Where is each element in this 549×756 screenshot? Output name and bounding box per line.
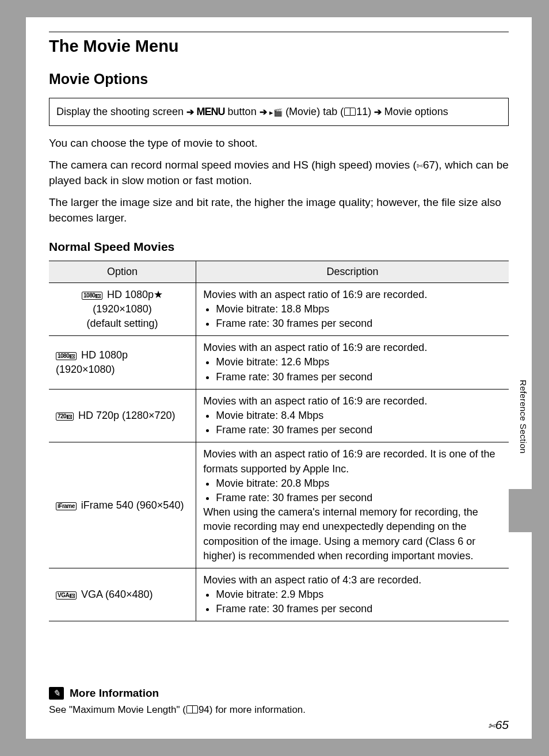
option-badge-icon: iFrame: [56, 502, 77, 510]
desc-bullet: Movie bitrate: 8.4 Mbps: [216, 408, 502, 423]
description-cell: Movies with an aspect ratio of 4:3 are r…: [196, 568, 509, 621]
more-info-title: More Information: [70, 687, 159, 700]
desc-tail: When using the camera's internal memory …: [203, 505, 502, 563]
movie-tab-icon: ▸🎬: [269, 108, 283, 117]
more-info-a: See "Maximum Movie Length" (: [49, 704, 186, 715]
option-cell: 108030 HD 1080p★(1920×1080)(default sett…: [49, 282, 196, 336]
desc-bullet: Frame rate: 30 frames per second: [216, 423, 502, 437]
desc-bullet: Movie bitrate: 12.6 Mbps: [216, 355, 502, 369]
desc-bullet: Frame rate: 30 frames per second: [216, 370, 502, 384]
table-row: 108030 HD 1080p (1920×1080)Movies with a…: [49, 336, 509, 390]
col-option: Option: [49, 261, 196, 282]
options-table: Option Description 108030 HD 1080p★(1920…: [49, 261, 509, 622]
intro-paragraph-2: The camera can record normal speed movie…: [49, 157, 509, 189]
option-badge-icon: 108030: [82, 292, 102, 300]
more-info-text: See "Maximum Movie Length" (94) for more…: [49, 704, 509, 716]
intro-paragraph-1: You can choose the type of movie to shoo…: [49, 135, 509, 151]
desc-lead: Movies with an aspect ratio of 16:9 are …: [203, 447, 502, 476]
description-cell: Movies with an aspect ratio of 16:9 are …: [196, 336, 509, 390]
breadcrumb-last: Movie options: [384, 106, 448, 117]
desc-bullet: Frame rate: 30 frames per second: [216, 491, 502, 505]
book-icon: [186, 705, 198, 713]
thumb-tab-marker: [509, 489, 532, 532]
thumb-tab-label: Reference Section: [518, 380, 528, 454]
desc-bullet: Movie bitrate: 2.9 Mbps: [216, 587, 502, 602]
desc-bullet: Frame rate: 30 frames per second: [216, 316, 502, 331]
movie-tab-label: (Movie) tab (: [285, 106, 344, 117]
para-2a: The camera can record normal speed movie…: [49, 159, 417, 171]
desc-bullet: Movie bitrate: 20.8 Mbps: [216, 476, 502, 491]
intro-paragraph-3: The larger the image size and bit rate, …: [49, 194, 509, 226]
desc-lead: Movies with an aspect ratio of 16:9 are …: [203, 288, 502, 302]
option-cell: VGA30 VGA (640×480): [49, 568, 196, 621]
page-number: ✄65: [488, 718, 509, 732]
table-row: VGA30 VGA (640×480)Movies with an aspect…: [49, 568, 509, 621]
pencil-icon: ✎: [49, 687, 64, 700]
option-cell: iFrame iFrame 540 (960×540): [49, 442, 196, 568]
book-icon: [344, 108, 356, 116]
desc-lead: Movies with an aspect ratio of 16:9 are …: [203, 341, 502, 355]
table-row: 108030 HD 1080p★(1920×1080)(default sett…: [49, 282, 509, 336]
star-icon: ★: [154, 289, 163, 300]
desc-lead: Movies with an aspect ratio of 16:9 are …: [203, 394, 502, 408]
description-cell: Movies with an aspect ratio of 16:9 are …: [196, 282, 509, 336]
desc-list: Movie bitrate: 18.8 MbpsFrame rate: 30 f…: [203, 302, 502, 331]
desc-list: Movie bitrate: 12.6 MbpsFrame rate: 30 f…: [203, 355, 502, 384]
option-badge-icon: VGA30: [56, 591, 77, 600]
section-subtitle: Movie Options: [49, 59, 509, 98]
menu-label: MENU: [197, 106, 225, 117]
reference-icon: ✄: [417, 162, 423, 170]
desc-lead: Movies with an aspect ratio of 4:3 are r…: [203, 573, 502, 587]
option-cell: 108030 HD 1080p (1920×1080): [49, 336, 196, 390]
table-heading: Normal Speed Movies: [49, 240, 509, 254]
page-ref: 11): [356, 106, 371, 117]
button-word: button: [225, 106, 257, 117]
option-badge-icon: 72030: [56, 413, 74, 421]
description-cell: Movies with an aspect ratio of 16:9 are …: [196, 442, 509, 568]
arrow-icon: ➔: [374, 107, 384, 117]
desc-bullet: Movie bitrate: 18.8 Mbps: [216, 302, 502, 316]
option-badge-icon: 108030: [56, 352, 77, 360]
option-cell: 72030 HD 720p (1280×720): [49, 389, 196, 442]
page-number-value: 65: [495, 718, 509, 731]
desc-list: Movie bitrate: 8.4 MbpsFrame rate: 30 fr…: [203, 408, 502, 437]
page-sym-icon: ✄: [488, 721, 495, 731]
arrow-icon: ➔: [260, 107, 269, 117]
more-info-section: ✎ More Information See "Maximum Movie Le…: [49, 687, 509, 716]
desc-bullet: Frame rate: 30 frames per second: [216, 602, 502, 616]
description-cell: Movies with an aspect ratio of 16:9 are …: [196, 389, 509, 442]
desc-list: Movie bitrate: 20.8 MbpsFrame rate: 30 f…: [203, 476, 502, 505]
title-bar: The Movie Menu: [49, 32, 509, 59]
table-row: 72030 HD 720p (1280×720)Movies with an a…: [49, 389, 509, 442]
page-title: The Movie Menu: [49, 32, 509, 59]
arrow-icon: ➔: [186, 107, 196, 117]
breadcrumb-text: Display the shooting screen: [56, 106, 184, 117]
breadcrumb: Display the shooting screen ➔ MENU butto…: [49, 98, 509, 126]
col-description: Description: [196, 261, 509, 282]
more-info-b: 94) for more information.: [199, 704, 306, 715]
desc-list: Movie bitrate: 2.9 MbpsFrame rate: 30 fr…: [203, 587, 502, 616]
table-row: iFrame iFrame 540 (960×540)Movies with a…: [49, 442, 509, 568]
